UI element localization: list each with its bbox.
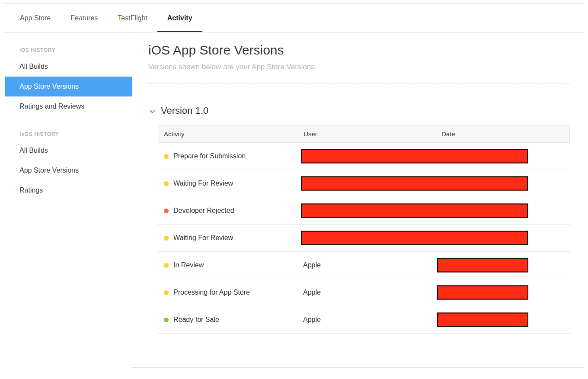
table-row: Ready for SaleApple xyxy=(158,306,570,334)
version-title: Version 1.0 xyxy=(161,105,208,116)
activity-cell: Processing for App Store xyxy=(158,289,303,296)
table-row: In ReviewApple xyxy=(158,252,570,279)
table-row: Prepare for Submission xyxy=(158,143,570,170)
app-frame: App StoreFeaturesTestFlightActivity iOS … xyxy=(3,3,585,368)
activity-cell: In Review xyxy=(158,261,303,269)
redacted-value xyxy=(437,258,528,273)
nav-tab-features[interactable]: Features xyxy=(61,4,108,32)
status-dot-icon xyxy=(164,181,169,186)
nav-tab-activity[interactable]: Activity xyxy=(157,4,202,32)
activity-label: Prepare for Submission xyxy=(173,152,246,160)
main-panel: iOS App Store Versions Versions shown be… xyxy=(132,32,585,368)
column-header-date: Date xyxy=(441,130,569,138)
sidebar-section-header-tvos-history: tvOS HISTORY xyxy=(3,127,132,141)
sidebar-item-app-store-versions[interactable]: App Store Versions xyxy=(5,77,132,96)
status-dot-icon xyxy=(164,263,169,268)
redacted-value xyxy=(437,313,528,327)
activity-cell: Developer Rejected xyxy=(158,207,303,215)
status-dot-icon xyxy=(164,154,169,159)
column-header-activity: Activity xyxy=(158,130,304,138)
sidebar-item-ratings-and-reviews[interactable]: Ratings and Reviews xyxy=(3,96,132,116)
redacted-value xyxy=(301,204,528,218)
activity-label: Developer Rejected xyxy=(173,207,234,215)
sidebar-section-header-ios-history: iOS HISTORY xyxy=(3,43,132,57)
activity-cell: Waiting For Review xyxy=(158,234,303,242)
activity-label: Waiting For Review xyxy=(173,180,233,187)
table-row: Waiting For Review xyxy=(158,170,570,197)
version-section-header: Version 1.0 xyxy=(150,105,570,116)
top-nav: App StoreFeaturesTestFlightActivity xyxy=(3,3,585,32)
table-header: Activity User Date xyxy=(158,125,570,143)
table-body: Prepare for SubmissionWaiting For Review… xyxy=(158,143,570,334)
redacted-value xyxy=(301,149,528,164)
activity-label: Processing for App Store xyxy=(173,289,250,296)
nav-tab-testflight[interactable]: TestFlight xyxy=(108,4,157,32)
table-row: Developer Rejected xyxy=(158,197,570,225)
activity-table: Activity User Date Prepare for Submissio… xyxy=(158,125,570,334)
status-dot-icon xyxy=(164,290,169,295)
status-dot-icon xyxy=(164,236,169,241)
sidebar-item-ratings[interactable]: Ratings xyxy=(3,180,132,200)
column-header-user: User xyxy=(304,130,441,138)
table-row: Waiting For Review xyxy=(158,225,570,252)
status-dot-icon xyxy=(164,318,169,322)
activity-cell: Prepare for Submission xyxy=(158,152,303,160)
table-row: Processing for App StoreApple xyxy=(158,279,570,306)
redacted-value xyxy=(301,231,528,245)
activity-cell: Ready for Sale xyxy=(158,316,303,324)
page-title: iOS App Store Versions xyxy=(148,43,570,58)
user-cell: Apple xyxy=(303,316,441,324)
sidebar: iOS HISTORYAll BuildsApp Store VersionsR… xyxy=(3,32,132,368)
page-subtitle: Versions shown below are your App Store … xyxy=(148,63,570,71)
activity-label: Ready for Sale xyxy=(173,316,219,324)
section-divider xyxy=(148,83,570,84)
sidebar-item-app-store-versions[interactable]: App Store Versions xyxy=(3,161,132,180)
chevron-down-icon[interactable] xyxy=(150,110,155,114)
redacted-value xyxy=(301,177,528,191)
nav-tab-app-store[interactable]: App Store xyxy=(10,4,61,32)
activity-label: In Review xyxy=(173,261,204,269)
redacted-value xyxy=(437,286,528,300)
content-area: iOS HISTORYAll BuildsApp Store VersionsR… xyxy=(3,32,585,368)
sidebar-item-all-builds[interactable]: All Builds xyxy=(3,57,132,77)
user-cell: Apple xyxy=(303,289,441,296)
status-dot-icon xyxy=(164,209,169,213)
activity-label: Waiting For Review xyxy=(173,234,233,242)
user-cell: Apple xyxy=(303,261,441,269)
sidebar-item-all-builds[interactable]: All Builds xyxy=(3,141,132,161)
activity-cell: Waiting For Review xyxy=(158,180,303,187)
